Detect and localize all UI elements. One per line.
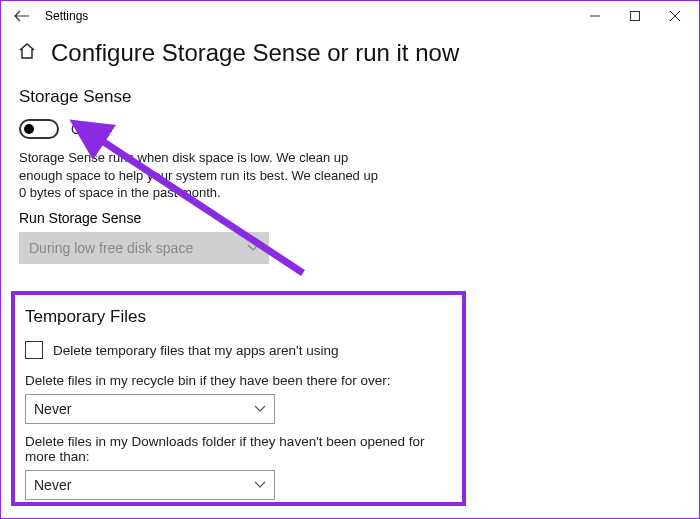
maximize-button[interactable]	[615, 2, 655, 30]
downloads-label: Delete files in my Downloads folder if t…	[25, 434, 452, 464]
run-select-value: During low free disk space	[29, 240, 193, 256]
home-icon[interactable]	[17, 41, 37, 66]
temp-files-heading: Temporary Files	[25, 307, 452, 327]
storage-sense-toggle[interactable]	[19, 119, 59, 139]
temporary-files-panel: Temporary Files Delete temporary files t…	[11, 291, 466, 506]
delete-temp-label: Delete temporary files that my apps aren…	[53, 343, 338, 358]
back-button[interactable]	[5, 8, 39, 25]
toggle-knob	[24, 124, 34, 134]
chevron-down-icon	[254, 403, 266, 415]
recycle-select-value: Never	[34, 401, 71, 417]
minimize-button[interactable]	[575, 2, 615, 30]
chevron-down-icon	[254, 479, 266, 491]
page-header: Configure Storage Sense or run it now	[1, 31, 699, 81]
titlebar: Settings	[1, 1, 699, 31]
chevron-down-icon	[247, 241, 259, 255]
run-storage-sense-select: During low free disk space	[19, 232, 269, 264]
recycle-bin-label: Delete files in my recycle bin if they h…	[25, 373, 452, 388]
storage-sense-heading: Storage Sense	[19, 87, 681, 107]
downloads-select[interactable]: Never	[25, 470, 275, 500]
app-title: Settings	[39, 9, 88, 23]
recycle-bin-select[interactable]: Never	[25, 394, 275, 424]
svg-rect-1	[631, 12, 640, 21]
window-controls	[575, 2, 695, 30]
close-button[interactable]	[655, 2, 695, 30]
run-storage-sense-label: Run Storage Sense	[19, 210, 681, 226]
toggle-state-label: Off	[71, 121, 89, 137]
downloads-select-value: Never	[34, 477, 71, 493]
storage-sense-description: Storage Sense runs when disk space is lo…	[19, 149, 379, 202]
delete-temp-checkbox[interactable]	[25, 341, 43, 359]
page-title: Configure Storage Sense or run it now	[51, 39, 459, 67]
